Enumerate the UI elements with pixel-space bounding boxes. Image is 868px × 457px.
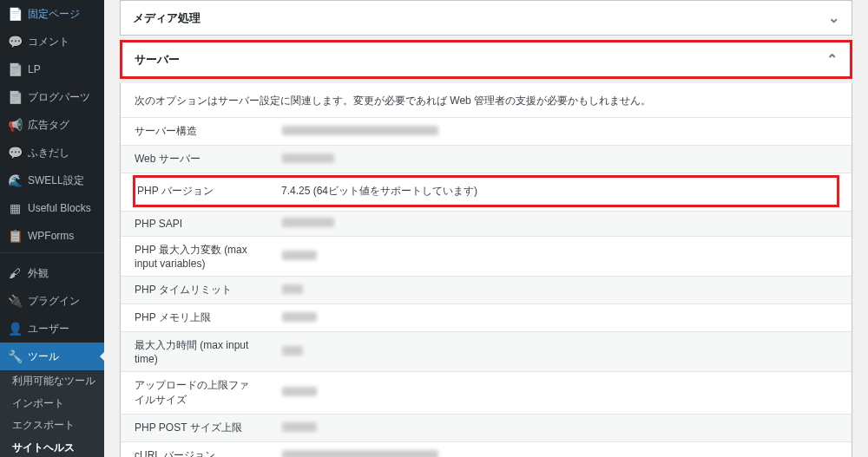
panel-server-body: 次のオプションはサーバー設定に関連します。変更が必要であれば Web 管理者の支… bbox=[120, 83, 852, 457]
table-row: 最大入力時間 (max input time) bbox=[121, 332, 852, 372]
redacted-value bbox=[282, 284, 303, 294]
menu-item-blocks[interactable]: ▦Useful Blocks bbox=[0, 194, 104, 222]
menu-label: コメント bbox=[28, 36, 69, 48]
row-value bbox=[268, 372, 852, 415]
php-version-highlight: PHP バージョン7.4.25 (64ビット値をサポートしています) bbox=[133, 175, 839, 207]
row-label: PHP メモリ上限 bbox=[121, 304, 268, 332]
submenu-item[interactable]: エクスポート bbox=[0, 415, 104, 437]
tools-submenu: 利用可能なツールインポートエクスポートサイトヘルス個人データのエクスポート個人デ… bbox=[0, 370, 104, 457]
table-row: PHP メモリ上限 bbox=[121, 304, 852, 332]
table-row: PHP POST サイズ上限 bbox=[121, 415, 852, 442]
comment-icon: 💬 bbox=[7, 34, 23, 49]
menu-label: SWELL設定 bbox=[28, 174, 84, 186]
panel-title: メディア処理 bbox=[133, 10, 201, 26]
menu-item-wpforms[interactable]: 📋WPForms bbox=[0, 222, 104, 250]
table-row: PHP SAPI bbox=[121, 212, 852, 237]
submenu-item[interactable]: サイトヘルス bbox=[0, 437, 104, 457]
row-label: PHP バージョン bbox=[135, 178, 281, 205]
row-value bbox=[268, 118, 852, 146]
server-info-table: サーバー構造Web サーバーPHP バージョン7.4.25 (64ビット値をサポ… bbox=[121, 117, 852, 457]
blocks-icon: ▦ bbox=[7, 200, 23, 216]
menu-label: ユーザー bbox=[28, 323, 69, 335]
row-label: PHP POST サイズ上限 bbox=[121, 415, 268, 442]
admin-sidebar: 📄固定ページ💬コメント📄LP📄ブログパーツ📢広告タグ💬ふきだし🌊SWELL設定▦… bbox=[0, 0, 104, 457]
wpforms-icon: 📋 bbox=[7, 228, 23, 244]
row-value bbox=[268, 212, 852, 237]
menu-label: プラグイン bbox=[28, 295, 80, 307]
row-value bbox=[268, 146, 852, 173]
redacted-value bbox=[282, 153, 334, 163]
redacted-value bbox=[282, 312, 317, 322]
menu-label: LP bbox=[28, 63, 41, 75]
menu-item-balloon[interactable]: 💬ふきだし bbox=[0, 139, 104, 166]
row-label: PHP 最大入力変数 (max input variables) bbox=[121, 237, 268, 277]
panel-title: サーバー bbox=[135, 52, 180, 68]
menu-label: Useful Blocks bbox=[28, 202, 91, 214]
table-row: アップロードの上限ファイルサイズ bbox=[121, 372, 852, 415]
redacted-value bbox=[282, 251, 317, 260]
adtag-icon: 📢 bbox=[7, 117, 23, 133]
plugins-icon: 🔌 bbox=[7, 293, 23, 309]
menu-item-tools[interactable]: 🔧ツール bbox=[0, 343, 104, 370]
table-row: サーバー構造 bbox=[121, 118, 852, 146]
row-value bbox=[268, 332, 852, 372]
tools-icon: 🔧 bbox=[7, 349, 23, 364]
menu-label: ふきだし bbox=[28, 147, 69, 159]
table-row: Web サーバー bbox=[121, 146, 852, 173]
swell-icon: 🌊 bbox=[7, 173, 23, 188]
panel-server-desc: 次のオプションはサーバー設定に関連します。変更が必要であれば Web 管理者の支… bbox=[121, 83, 852, 117]
row-label: cURL バージョン bbox=[121, 442, 268, 458]
menu-label: ツール bbox=[28, 350, 59, 362]
row-label: PHP SAPI bbox=[121, 212, 268, 237]
row-label: Web サーバー bbox=[121, 146, 268, 173]
lp-icon: 📄 bbox=[7, 62, 23, 77]
chevron-down-icon: ⌄ bbox=[828, 10, 839, 26]
row-label: PHP タイムリミット bbox=[121, 277, 268, 304]
menu-item-plugins[interactable]: 🔌プラグイン bbox=[0, 287, 104, 315]
row-value bbox=[268, 277, 852, 304]
menu-item-adtag[interactable]: 📢広告タグ bbox=[0, 111, 104, 139]
menu-label: 外観 bbox=[28, 267, 49, 279]
menu-item-appearance[interactable]: 🖌外観 bbox=[0, 259, 104, 287]
page-icon: 📄 bbox=[7, 6, 23, 22]
submenu-item[interactable]: インポート bbox=[0, 393, 104, 415]
menu-item-users[interactable]: 👤ユーザー bbox=[0, 315, 104, 343]
redacted-value bbox=[282, 450, 438, 458]
chevron-up-icon: ⌃ bbox=[826, 51, 838, 68]
row-value bbox=[268, 237, 852, 277]
menu-label: 広告タグ bbox=[28, 119, 69, 131]
row-label: 最大入力時間 (max input time) bbox=[121, 332, 268, 372]
menu-separator bbox=[0, 252, 104, 257]
redacted-value bbox=[282, 422, 317, 432]
panel-server: サーバー ⌃ bbox=[120, 40, 852, 79]
menu-label: ブログパーツ bbox=[28, 91, 90, 103]
redacted-value bbox=[282, 387, 317, 396]
menu-item-comment[interactable]: 💬コメント bbox=[0, 28, 104, 55]
row-label: アップロードの上限ファイルサイズ bbox=[121, 372, 268, 415]
blogparts-icon: 📄 bbox=[7, 89, 23, 105]
row-value bbox=[268, 304, 852, 332]
submenu-item[interactable]: 利用可能なツール bbox=[0, 370, 104, 393]
menu-item-lp[interactable]: 📄LP bbox=[0, 55, 104, 83]
table-row: cURL バージョン bbox=[121, 442, 852, 458]
menu-label: WPForms bbox=[28, 230, 74, 242]
redacted-value bbox=[282, 218, 334, 227]
table-row: PHP タイムリミット bbox=[121, 277, 852, 304]
row-label: サーバー構造 bbox=[121, 118, 268, 146]
menu-item-blogparts[interactable]: 📄ブログパーツ bbox=[0, 83, 104, 111]
redacted-value bbox=[282, 346, 303, 356]
row-value bbox=[268, 415, 852, 442]
main-content: メディア処理 ⌄ サーバー ⌃ 次のオプションはサーバー設定に関連します。変更が… bbox=[104, 0, 868, 457]
redacted-value bbox=[282, 126, 438, 135]
table-row: PHP 最大入力変数 (max input variables) bbox=[121, 237, 852, 277]
menu-label: 固定ページ bbox=[28, 8, 80, 20]
users-icon: 👤 bbox=[7, 321, 23, 336]
row-value: 7.4.25 (64ビット値をサポートしています) bbox=[281, 178, 477, 205]
row-value bbox=[268, 442, 852, 458]
menu-item-page[interactable]: 📄固定ページ bbox=[0, 0, 104, 28]
panel-media: メディア処理 ⌄ bbox=[120, 0, 852, 36]
menu-item-swell[interactable]: 🌊SWELL設定 bbox=[0, 166, 104, 194]
panel-media-header[interactable]: メディア処理 ⌄ bbox=[121, 1, 852, 35]
balloon-icon: 💬 bbox=[7, 145, 23, 160]
panel-server-header[interactable]: サーバー ⌃ bbox=[122, 42, 850, 76]
